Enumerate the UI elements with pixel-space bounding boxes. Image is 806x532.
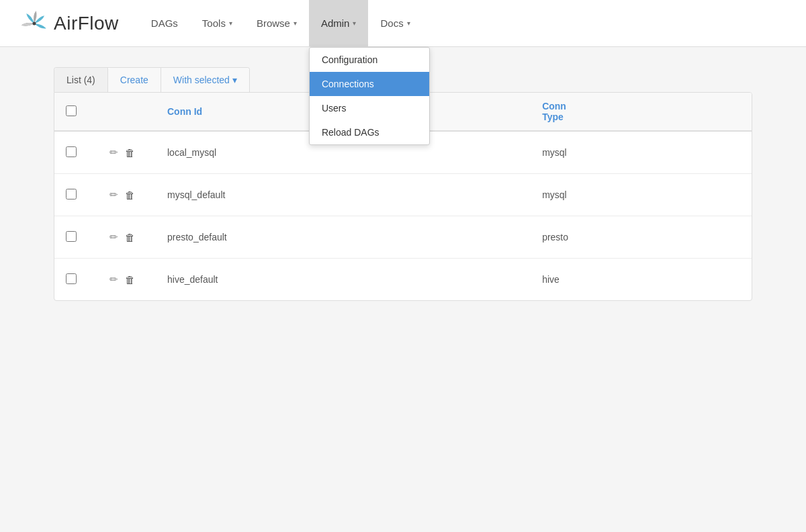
row2-delete-icon[interactable] [125, 189, 135, 201]
nav-item-dags: DAGs [139, 0, 190, 46]
row1-conn-type: mysql [531, 131, 752, 174]
row4-actions-cell [88, 259, 156, 301]
row3-conn-id: presto_default [156, 216, 531, 259]
row4-conn-type: hive [531, 259, 752, 301]
row4-edit-icon[interactable] [109, 273, 118, 285]
row1-delete-icon[interactable] [125, 147, 135, 159]
brand-logo-link[interactable]: AirFlow [20, 9, 119, 38]
airflow-logo-icon [20, 9, 48, 38]
select-all-checkbox[interactable] [66, 105, 77, 116]
nav-link-browse[interactable]: Browse ▾ [244, 0, 309, 46]
nav-items: DAGs Tools ▾ Browse ▾ Admin ▾ Configurat… [139, 0, 422, 46]
row1-edit-icon[interactable] [109, 146, 118, 159]
nav-item-browse: Browse ▾ [244, 0, 309, 46]
admin-caret-icon: ▾ [353, 19, 356, 27]
row2-checkbox[interactable] [66, 189, 77, 200]
header-conn-type: ConnType [531, 93, 752, 131]
row3-checkbox-cell [54, 216, 88, 259]
svg-point-0 [32, 21, 36, 25]
row3-edit-icon[interactable] [109, 231, 118, 243]
tab-bar: List (4) Create With selected ▾ [54, 67, 250, 92]
admin-dropdown-reload-dags[interactable]: Reload DAGs [310, 120, 429, 144]
row1-actions-cell [88, 131, 156, 174]
admin-dropdown-configuration[interactable]: Configuration [310, 48, 429, 72]
table-row: hive_default hive [54, 259, 752, 301]
nav-link-docs[interactable]: Docs ▾ [368, 0, 422, 46]
admin-dropdown: Configuration Connections Users Reload D… [309, 47, 430, 145]
nav-link-dags[interactable]: DAGs [139, 0, 190, 46]
admin-dropdown-connections[interactable]: Connections [310, 72, 429, 96]
header-actions-col [88, 93, 156, 131]
row2-actions-cell [88, 174, 156, 216]
with-selected-caret-icon: ▾ [232, 75, 237, 85]
tools-caret-icon: ▾ [229, 19, 232, 27]
admin-dropdown-users[interactable]: Users [310, 96, 429, 120]
row3-actions-cell [88, 216, 156, 259]
tab-create[interactable]: Create [108, 68, 161, 92]
table-row: presto_default presto [54, 216, 752, 259]
row4-delete-icon[interactable] [125, 274, 135, 285]
row4-conn-id: hive_default [156, 259, 531, 301]
row2-checkbox-cell [54, 174, 88, 216]
row2-edit-icon[interactable] [109, 189, 118, 201]
row4-checkbox[interactable] [66, 273, 77, 284]
nav-link-admin[interactable]: Admin ▾ [309, 0, 369, 46]
navbar: AirFlow DAGs Tools ▾ Browse ▾ Admin ▾ [0, 0, 806, 47]
nav-item-docs: Docs ▾ [368, 0, 422, 46]
row3-delete-icon[interactable] [125, 232, 135, 243]
browse-caret-icon: ▾ [294, 19, 297, 27]
tab-list[interactable]: List (4) [54, 68, 108, 92]
nav-item-tools: Tools ▾ [190, 0, 244, 46]
docs-caret-icon: ▾ [407, 19, 410, 27]
nav-item-admin: Admin ▾ Configuration Connections Users … [309, 0, 369, 46]
row1-checkbox-cell [54, 131, 88, 174]
tab-with-selected[interactable]: With selected ▾ [161, 68, 249, 92]
row3-conn-type: presto [531, 216, 752, 259]
brand-name: AirFlow [54, 13, 119, 34]
row3-checkbox[interactable] [66, 231, 77, 242]
table-row: mysql_default mysql [54, 174, 752, 216]
row4-checkbox-cell [54, 259, 88, 301]
header-checkbox-col [54, 93, 88, 131]
row1-checkbox[interactable] [66, 146, 77, 157]
row2-conn-type: mysql [531, 174, 752, 216]
row2-conn-id: mysql_default [156, 174, 531, 216]
nav-link-tools[interactable]: Tools ▾ [190, 0, 244, 46]
